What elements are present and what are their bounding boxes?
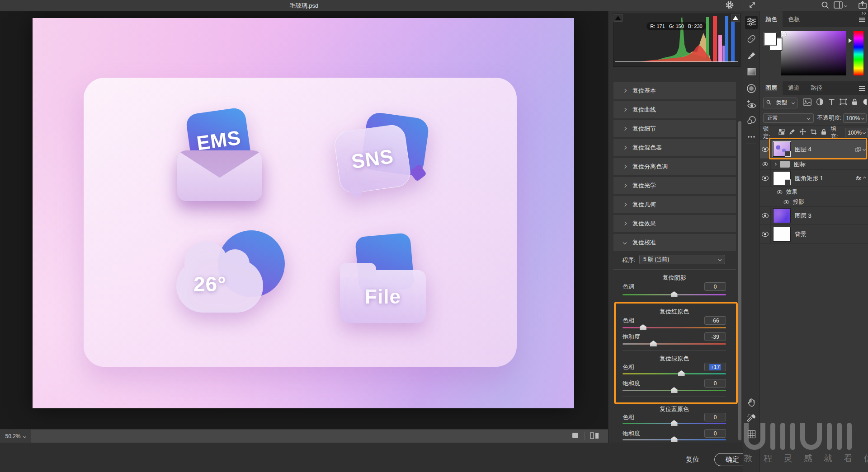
tint-value[interactable]: 0 <box>704 282 726 291</box>
color-saturation-field[interactable] <box>781 31 846 75</box>
section-calibration[interactable]: 复位校准 <box>613 234 736 251</box>
layer-name[interactable]: 图层 3 <box>795 212 811 220</box>
panel-menu-icon[interactable] <box>859 86 865 91</box>
blue-hue-slider[interactable] <box>623 423 726 424</box>
section-effects[interactable]: 复位效果 <box>613 215 736 232</box>
tab-layers[interactable]: 图层 <box>760 81 783 95</box>
red-sat-slider[interactable] <box>623 343 726 345</box>
section-split-toning[interactable]: 复位分离色调 <box>613 158 736 175</box>
slider-thumb[interactable] <box>671 387 678 393</box>
chevron-up-icon[interactable] <box>863 177 866 180</box>
opacity-input[interactable]: 100% <box>843 113 867 123</box>
group-expand-icon[interactable] <box>774 163 777 166</box>
white-balance-tool-button[interactable] <box>743 413 760 425</box>
settings-button[interactable] <box>723 0 736 11</box>
tab-color[interactable]: 颜色 <box>760 11 783 27</box>
eye-icon[interactable] <box>777 190 783 194</box>
filter-text-layers-icon[interactable] <box>828 98 835 107</box>
filter-adjustment-layers-icon[interactable] <box>816 98 824 107</box>
fx-badge[interactable]: fx <box>856 175 861 182</box>
lock-transparency-icon[interactable] <box>778 129 785 137</box>
visibility-toggle[interactable] <box>760 140 771 159</box>
edit-tool-button[interactable] <box>743 17 760 28</box>
blend-mode-dropdown[interactable]: 正常 <box>763 113 814 123</box>
foreground-color-swatch[interactable] <box>764 33 777 45</box>
section-curves[interactable]: 复位曲线 <box>613 101 736 118</box>
section-geometry[interactable]: 复位几何 <box>613 196 736 213</box>
visibility-toggle[interactable] <box>760 207 771 224</box>
visibility-toggle[interactable] <box>760 170 771 187</box>
layer-thumbnail[interactable] <box>773 142 791 157</box>
highlight-clipping-toggle[interactable] <box>731 14 740 22</box>
collapse-panels-icon[interactable] <box>861 12 866 14</box>
visibility-toggle[interactable] <box>760 225 771 243</box>
hue-strip[interactable] <box>854 31 863 75</box>
slider-thumb[interactable] <box>650 341 657 346</box>
filter-toggle-icon[interactable] <box>862 98 867 107</box>
group-name[interactable]: 图标 <box>794 160 806 168</box>
snapshots-button[interactable] <box>743 115 760 127</box>
filter-pixel-layers-icon[interactable] <box>803 98 811 107</box>
layer-filter-type-dropdown[interactable]: 类型 <box>763 98 797 108</box>
blue-sat-value[interactable]: 0 <box>704 429 726 438</box>
visibility-toggle[interactable] <box>760 159 771 169</box>
green-hue-slider[interactable] <box>623 373 726 374</box>
hand-tool-button[interactable] <box>743 397 760 409</box>
tab-channels[interactable]: 通道 <box>783 81 805 95</box>
tab-swatches[interactable]: 色板 <box>783 11 805 27</box>
green-sat-slider[interactable] <box>623 390 726 391</box>
section-color-mixer[interactable]: 复位混色器 <box>613 139 736 156</box>
panel-scrollbar[interactable] <box>738 121 741 440</box>
zoom-level-dropdown[interactable]: 50.2% <box>0 430 31 443</box>
layer-name[interactable]: 背景 <box>795 230 807 238</box>
lock-position-icon[interactable] <box>799 128 806 137</box>
lock-all-icon[interactable] <box>821 129 826 137</box>
layer-group-row[interactable]: 图标 <box>760 159 868 170</box>
radial-gradient-tool-button[interactable] <box>743 84 760 95</box>
drop-shadow-row[interactable]: 投影 <box>760 197 868 207</box>
filter-smart-objects-icon[interactable] <box>852 98 858 107</box>
section-optics[interactable]: 复位光学 <box>613 177 736 194</box>
red-sat-value[interactable]: -39 <box>704 332 726 341</box>
smart-filter-icon[interactable] <box>854 146 865 153</box>
canvas-area[interactable]: EMS SNS 26° <box>0 11 608 429</box>
panel-menu-icon[interactable] <box>859 18 865 22</box>
single-view-button[interactable] <box>571 433 580 440</box>
masking-brush-button[interactable] <box>743 51 760 62</box>
linear-gradient-tool-button[interactable] <box>743 66 760 78</box>
lock-pixels-icon[interactable] <box>789 129 795 137</box>
healing-tool-button[interactable] <box>743 34 760 46</box>
fullscreen-button[interactable] <box>746 0 759 11</box>
lock-artboard-icon[interactable] <box>810 128 817 137</box>
red-hue-value[interactable]: -66 <box>704 316 726 325</box>
workspace-button[interactable] <box>833 0 847 11</box>
red-eye-tool-button[interactable] <box>743 99 760 111</box>
histogram[interactable]: R: 171 G: 150 B: 230 <box>613 14 741 67</box>
layer-row[interactable]: 图层 3 <box>760 207 868 225</box>
tint-slider[interactable] <box>623 294 726 295</box>
document-artboard[interactable]: EMS SNS 26° <box>33 18 574 408</box>
fill-input[interactable]: 100% <box>845 128 868 137</box>
blue-hue-value[interactable]: 0 <box>704 413 726 421</box>
before-after-view-button[interactable] <box>589 433 600 440</box>
green-hue-value[interactable]: +17 <box>704 363 726 371</box>
layer-thumbnail[interactable] <box>773 171 791 185</box>
grid-overlay-button[interactable] <box>743 429 760 441</box>
filter-shape-layers-icon[interactable] <box>840 98 847 107</box>
effects-row[interactable]: 效果 <box>760 187 868 197</box>
red-hue-slider[interactable] <box>623 327 726 328</box>
green-sat-value[interactable]: 0 <box>704 379 726 388</box>
layer-thumbnail[interactable] <box>773 227 791 242</box>
reset-button[interactable]: 复位 <box>681 453 704 466</box>
layer-row-selected[interactable]: 图层 4 <box>760 140 868 159</box>
section-detail[interactable]: 复位细节 <box>613 120 736 137</box>
slider-thumb[interactable] <box>640 324 646 330</box>
hue-marker-icon[interactable] <box>849 38 852 43</box>
shape-layer-row[interactable]: 圆角矩形 1 fx <box>760 170 868 187</box>
blue-sat-slider[interactable] <box>623 439 726 440</box>
layer-name[interactable]: 图层 4 <box>795 145 811 154</box>
tab-paths[interactable]: 路径 <box>805 81 828 95</box>
layer-thumbnail[interactable] <box>773 208 791 223</box>
eye-icon[interactable] <box>784 200 789 204</box>
share-button[interactable] <box>857 0 868 11</box>
